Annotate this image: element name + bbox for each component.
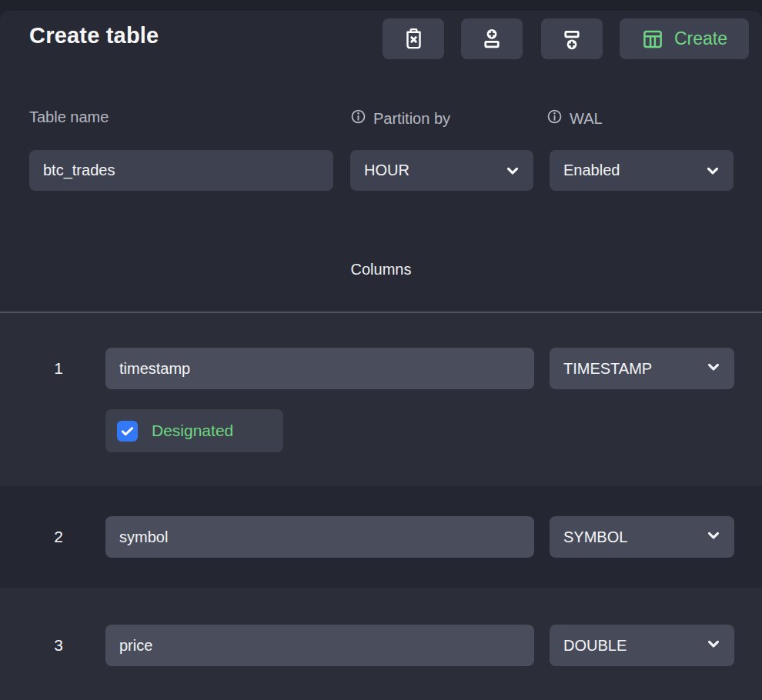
info-circle-icon[interactable] [546,108,563,128]
add-column-top-button[interactable] [461,18,523,59]
delete-columns-button[interactable] [383,18,444,59]
create-table-panel: Create table [0,11,762,700]
designated-label: Designated [152,422,233,440]
wal-value: Enabled [563,162,620,179]
column-name-input[interactable] [105,348,534,389]
columns-heading: Columns [0,261,762,278]
column-type-select[interactable]: TIMESTAMP [550,348,734,389]
column-index: 2 [42,516,75,558]
row-plus-bottom-icon [560,28,583,51]
table-grid-icon [641,28,664,51]
column-index: 1 [42,348,75,389]
info-circle-icon[interactable] [350,108,366,128]
partition-by-value: HOUR [364,162,409,179]
partition-by-label-text: Partition by [373,110,450,128]
create-button-label: Create [674,28,727,49]
add-column-bottom-button[interactable] [541,18,603,59]
designated-checkbox[interactable] [117,421,138,442]
column-row-2: 2 SYMBOL [0,486,762,588]
chevron-down-icon [504,162,521,179]
page-title: Create table [29,23,159,48]
partition-by-label: Partition by [350,108,450,128]
partition-by-select[interactable]: HOUR [350,150,533,191]
wal-label: WAL [546,108,603,128]
trash-x-icon [402,27,426,51]
designated-chip: Designated [105,409,283,452]
column-type-select[interactable]: DOUBLE [550,625,734,666]
create-table-screen: Create table [0,0,762,700]
chevron-down-icon [705,358,722,379]
column-row-1: 1 TIMESTAMP Designated [0,313,762,486]
chevron-down-icon [704,162,721,179]
chevron-down-icon [705,635,722,656]
column-index: 3 [42,625,75,666]
column-type-select[interactable]: SYMBOL [550,516,734,558]
table-name-label-text: Table name [29,108,109,126]
chevron-down-icon [705,527,722,548]
column-type-value: TIMESTAMP [563,360,652,378]
create-button[interactable]: Create [620,18,749,59]
column-name-input[interactable] [105,625,534,666]
table-name-input[interactable] [29,150,333,191]
column-type-value: DOUBLE [563,637,627,655]
column-name-input[interactable] [105,516,534,558]
table-name-label: Table name [29,108,109,126]
column-type-value: SYMBOL [563,528,627,546]
row-plus-top-icon [480,28,503,51]
column-row-3: 3 DOUBLE [0,588,762,700]
wal-select[interactable]: Enabled [550,150,734,191]
wal-label-text: WAL [570,110,603,128]
